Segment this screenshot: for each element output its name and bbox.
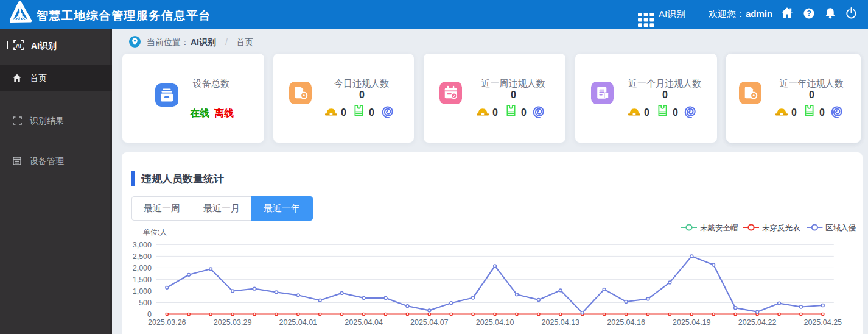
svg-text:500: 500 <box>139 299 152 307</box>
svg-text:1,000: 1,000 <box>133 287 152 296</box>
svg-text:未戴安全帽: 未戴安全帽 <box>700 224 738 232</box>
svg-text:2,000: 2,000 <box>133 264 152 272</box>
svg-text:2,500: 2,500 <box>133 252 152 261</box>
svg-text:?: ? <box>807 9 811 18</box>
svg-text:2025.04.19: 2025.04.19 <box>673 318 711 327</box>
svg-text:2025.04.22: 2025.04.22 <box>738 318 777 327</box>
svg-text:2025.03.26: 2025.03.26 <box>148 318 186 327</box>
svg-text:区域入侵: 区域入侵 <box>825 224 856 232</box>
svg-text:2025.04.01: 2025.04.01 <box>279 318 318 327</box>
svg-text:2025.04.13: 2025.04.13 <box>542 318 580 327</box>
svg-text:3,000: 3,000 <box>133 241 152 249</box>
svg-text:0: 0 <box>147 310 152 319</box>
svg-text:未穿反光衣: 未穿反光衣 <box>762 224 800 232</box>
svg-text:2025.04.04: 2025.04.04 <box>345 318 383 327</box>
svg-text:2025.03.29: 2025.03.29 <box>214 318 252 327</box>
svg-text:AI: AI <box>16 42 22 49</box>
svg-text:2025.04.16: 2025.04.16 <box>607 318 645 327</box>
svg-text:1,500: 1,500 <box>133 275 152 284</box>
svg-text:2025.04.07: 2025.04.07 <box>410 318 449 327</box>
svg-text:2025.04.25: 2025.04.25 <box>804 318 842 327</box>
svg-text:2025.04.10: 2025.04.10 <box>476 318 514 327</box>
